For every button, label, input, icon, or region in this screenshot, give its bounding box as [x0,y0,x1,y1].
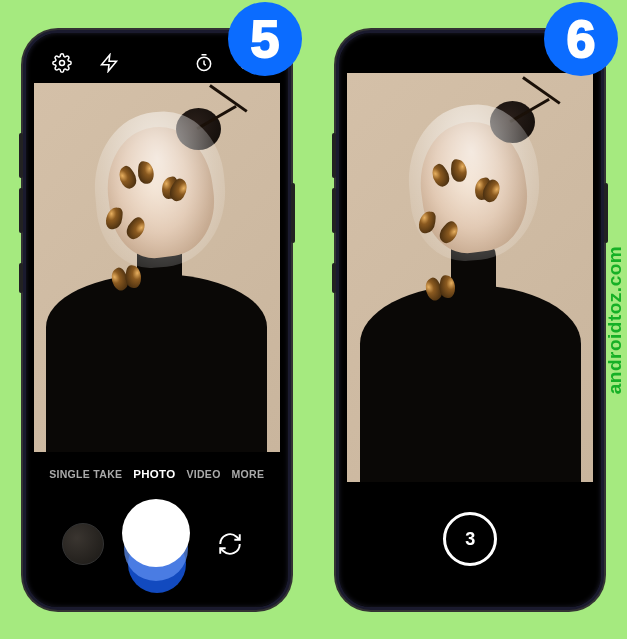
settings-icon[interactable] [52,53,72,73]
camera-mode-selector: SINGLE TAKE PHOTO VIDEO MORE [34,457,280,492]
camera-screen: Full SINGLE TAKE [34,43,280,597]
step-badge-6: 6 [544,2,618,76]
step-number: 6 [567,9,596,69]
power-button [291,183,295,243]
camera-bottom-controls [34,492,280,597]
step-number: 5 [251,9,280,69]
bixby-button [19,263,23,293]
viewfinder-subject [347,73,593,482]
volume-up-button [19,133,23,178]
svg-marker-1 [102,54,117,71]
volume-down-button [332,188,336,233]
countdown-timer: 3 [443,512,497,566]
power-button [604,183,608,243]
step-badge-5: 5 [228,2,302,76]
bixby-button [332,263,336,293]
timer-icon[interactable] [194,53,214,73]
viewfinder-subject [34,83,280,452]
mode-single-take[interactable]: SINGLE TAKE [49,468,122,480]
phone-step-5: Full SINGLE TAKE [23,30,291,610]
svg-point-0 [59,60,64,65]
camera-viewfinder [347,73,593,482]
shutter-button[interactable] [122,499,192,589]
camera-screen-countdown: 3 [347,43,593,597]
mode-video[interactable]: VIDEO [186,468,220,480]
camera-viewfinder [34,83,280,452]
phone-step-6: 3 [336,30,604,610]
mode-more[interactable]: MORE [232,468,265,480]
switch-camera-icon[interactable] [209,523,251,565]
watermark-text: androidtoz.com [604,245,626,393]
countdown-area: 3 [347,482,593,597]
flash-icon[interactable] [99,53,119,73]
gallery-thumbnail[interactable] [62,523,104,565]
volume-down-button [19,188,23,233]
volume-up-button [332,133,336,178]
mode-photo[interactable]: PHOTO [133,468,175,480]
